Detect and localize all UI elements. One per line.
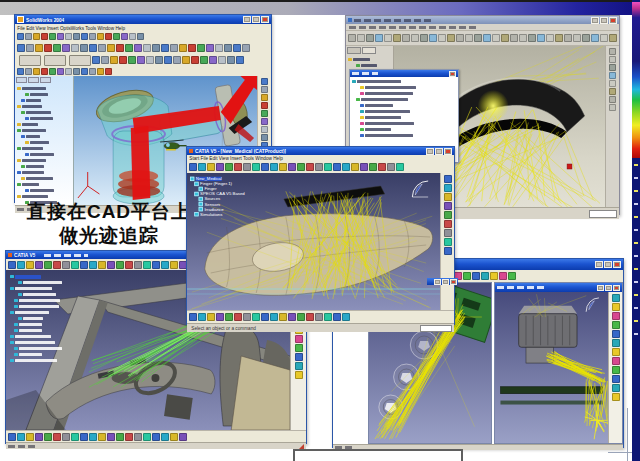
popup-tree[interactable] bbox=[350, 77, 458, 141]
toolbar-icon[interactable] bbox=[342, 163, 350, 171]
toolbar-icon[interactable] bbox=[456, 34, 464, 42]
tree-item[interactable] bbox=[25, 188, 71, 193]
toolbar-icon[interactable] bbox=[261, 102, 268, 109]
toolbar-icon[interactable] bbox=[107, 261, 115, 269]
close-button[interactable] bbox=[609, 17, 617, 24]
toolbar-icon[interactable] bbox=[161, 261, 169, 269]
toolbar-icon[interactable] bbox=[612, 366, 620, 374]
toolbar-icon[interactable] bbox=[351, 163, 359, 171]
toolbar-icon[interactable] bbox=[234, 163, 242, 171]
tree-item[interactable] bbox=[17, 182, 71, 187]
toolbar-icon[interactable] bbox=[152, 44, 160, 52]
window-catia-main[interactable]: CATIA V5 - [New_Medical (CATProduct)] St… bbox=[186, 146, 455, 325]
tree-item[interactable] bbox=[14, 304, 62, 309]
tree-item[interactable] bbox=[25, 92, 71, 97]
toolbar-icon[interactable] bbox=[612, 294, 620, 302]
tree-item[interactable] bbox=[10, 358, 62, 363]
toolbar-icon[interactable] bbox=[333, 313, 341, 321]
toolbar-icon[interactable] bbox=[420, 34, 428, 42]
toolbar-icon[interactable] bbox=[324, 313, 332, 321]
toolbar-icon[interactable] bbox=[215, 44, 223, 52]
tree-item[interactable] bbox=[14, 346, 62, 351]
toolbar-icon[interactable] bbox=[252, 163, 260, 171]
toolbar-icon[interactable] bbox=[89, 68, 96, 75]
toolbar-icon[interactable] bbox=[143, 261, 151, 269]
toolbar-icon[interactable] bbox=[8, 433, 16, 441]
toolbar-icon[interactable] bbox=[26, 433, 34, 441]
tree-item[interactable] bbox=[17, 104, 71, 109]
toolbar-icon[interactable] bbox=[243, 163, 251, 171]
toolbar-icon[interactable] bbox=[490, 272, 498, 280]
toolbar-icon[interactable] bbox=[261, 78, 268, 85]
close-button[interactable] bbox=[261, 16, 269, 23]
toolbar-icon[interactable] bbox=[129, 33, 136, 40]
toolbar-icon[interactable] bbox=[444, 193, 452, 201]
toolbar-icon[interactable] bbox=[89, 433, 97, 441]
toolbar-icon[interactable] bbox=[242, 44, 250, 52]
tree-item[interactable] bbox=[25, 140, 71, 145]
toolbar-icon[interactable] bbox=[134, 261, 142, 269]
feature-tree[interactable] bbox=[15, 84, 73, 205]
tree-item[interactable] bbox=[356, 97, 456, 102]
tree-item[interactable] bbox=[17, 146, 71, 151]
toolbar-icon[interactable] bbox=[197, 44, 205, 52]
minimize-button[interactable] bbox=[595, 261, 603, 268]
tree-item[interactable] bbox=[360, 91, 456, 96]
toolbar-icon[interactable] bbox=[609, 64, 616, 71]
toolbar-icon[interactable] bbox=[206, 44, 214, 52]
toolbar-icon[interactable] bbox=[198, 163, 206, 171]
toolbar-icon[interactable] bbox=[564, 34, 572, 42]
toolbar-icon[interactable] bbox=[62, 44, 70, 52]
toolbar-icon[interactable] bbox=[57, 33, 64, 40]
toolbar-icon[interactable] bbox=[483, 34, 491, 42]
toolbar-icon[interactable] bbox=[53, 261, 61, 269]
tree-item[interactable] bbox=[10, 286, 62, 291]
toolbar-icon[interactable] bbox=[35, 433, 43, 441]
toolbar-icon[interactable] bbox=[209, 56, 217, 64]
toolbar-icon[interactable] bbox=[279, 163, 287, 171]
toolbar-icon[interactable] bbox=[369, 163, 377, 171]
toolbar-icon[interactable] bbox=[35, 44, 43, 52]
toolbar-icon[interactable] bbox=[146, 56, 154, 64]
task-pane-button[interactable] bbox=[19, 55, 41, 66]
toolbar-icon[interactable] bbox=[444, 202, 452, 210]
toolbar-icon[interactable] bbox=[609, 34, 617, 42]
toolbar-icon[interactable] bbox=[207, 313, 215, 321]
toolbar-icon[interactable] bbox=[444, 175, 452, 183]
toolbar-icon[interactable] bbox=[546, 34, 554, 42]
toolbar-icon[interactable] bbox=[510, 34, 518, 42]
toolbar-icon[interactable] bbox=[17, 44, 25, 52]
tree-item[interactable] bbox=[21, 176, 71, 181]
toolbar-icon[interactable] bbox=[92, 56, 100, 64]
toolbar-icon[interactable] bbox=[270, 313, 278, 321]
toolbar-icon[interactable] bbox=[207, 163, 215, 171]
status-field[interactable] bbox=[589, 210, 617, 218]
toolbar-icon[interactable] bbox=[463, 272, 471, 280]
toolbar-icon[interactable] bbox=[295, 371, 303, 379]
toolbar-icon[interactable] bbox=[528, 34, 536, 42]
toolbar-icon[interactable] bbox=[33, 33, 40, 40]
toolbar-icon[interactable] bbox=[152, 433, 160, 441]
tree-item[interactable] bbox=[17, 128, 71, 133]
toolbar-icon[interactable] bbox=[161, 44, 169, 52]
toolbar-icon[interactable] bbox=[612, 330, 620, 338]
toolbar-icon[interactable] bbox=[25, 68, 32, 75]
toolbar-icon[interactable] bbox=[378, 163, 386, 171]
view-toolbar-right[interactable] bbox=[608, 292, 622, 443]
toolbar-icon[interactable] bbox=[492, 34, 500, 42]
maximize-button[interactable] bbox=[604, 261, 612, 268]
toolbar-icon[interactable] bbox=[270, 163, 278, 171]
tree-item[interactable] bbox=[360, 127, 456, 132]
toolbar-sketch[interactable] bbox=[15, 66, 271, 76]
toolbar-icon[interactable] bbox=[472, 272, 480, 280]
minimize-button[interactable] bbox=[426, 148, 434, 155]
toolbar-icon[interactable] bbox=[98, 433, 106, 441]
minimize-button[interactable] bbox=[243, 16, 251, 23]
toolbar-icon[interactable] bbox=[288, 163, 296, 171]
toolbar-icon[interactable] bbox=[288, 313, 296, 321]
toolbar-icon[interactable] bbox=[89, 44, 97, 52]
toolbar-icon[interactable] bbox=[173, 56, 181, 64]
toolbar-icon[interactable] bbox=[26, 261, 34, 269]
resize-grip[interactable] bbox=[299, 444, 304, 449]
task-pane-button[interactable] bbox=[69, 55, 91, 66]
